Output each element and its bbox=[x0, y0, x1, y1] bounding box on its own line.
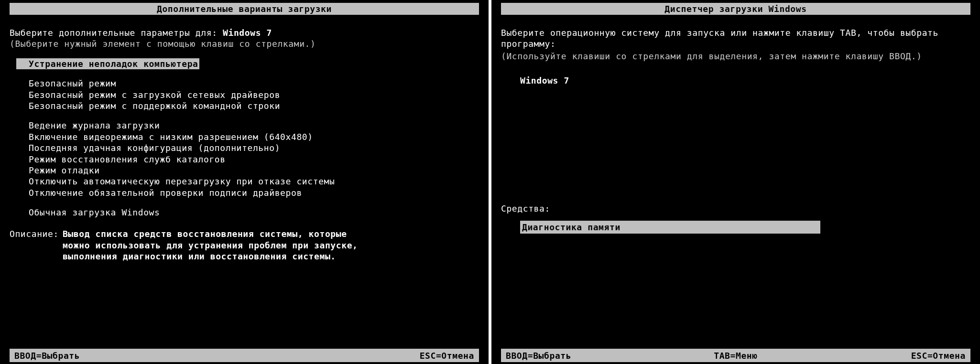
advanced-boot-footer: ВВОД=Выбрать ESC=Отмена bbox=[10, 349, 479, 362]
advanced-boot-title: Дополнительные варианты загрузки bbox=[157, 4, 332, 14]
option-safe-mode-command[interactable]: Безопасный режим с поддержкой командной … bbox=[26, 100, 479, 111]
advanced-boot-options-pane: Дополнительные варианты загрузки Выберит… bbox=[0, 0, 489, 364]
footer-enter-hint: ВВОД=Выбрать bbox=[506, 351, 571, 361]
advanced-boot-target-os: Windows 7 bbox=[223, 28, 272, 38]
advanced-boot-hint: (Выберите нужный элемент с помощью клави… bbox=[10, 38, 479, 49]
boot-manager-hint: (Используйте клавиши со стрелками для вы… bbox=[501, 51, 970, 62]
description-label: Описание: bbox=[10, 228, 59, 262]
boot-manager-title: Диспетчер загрузки Windows bbox=[664, 4, 806, 14]
description-text: Вывод списка средств восстановления сист… bbox=[63, 228, 364, 262]
option-last-known-good[interactable]: Последняя удачная конфигурация (дополнит… bbox=[26, 142, 479, 153]
option-ds-restore[interactable]: Режим восстановления служб каталогов bbox=[26, 154, 479, 165]
option-description: Описание: Вывод списка средств восстанов… bbox=[10, 228, 479, 262]
advanced-group: Ведение журнала загрузки Включение видео… bbox=[10, 120, 479, 198]
footer-esc-hint: ESC=Отмена bbox=[420, 351, 474, 361]
boot-manager-footer: ВВОД=Выбрать TAB=Меню ESC=Отмена bbox=[501, 349, 970, 362]
option-repair-computer[interactable]: Устранение неполадок компьютера bbox=[16, 58, 199, 69]
footer-tab-hint: TAB=Меню bbox=[714, 351, 758, 361]
boot-manager-instruction: Выберите операционную систему для запуск… bbox=[501, 27, 960, 50]
safe-mode-group: Безопасный режим Безопасный режим с загр… bbox=[10, 78, 479, 111]
tool-memory-diagnostic[interactable]: Диагностика памяти bbox=[520, 221, 820, 234]
option-start-normally[interactable]: Обычная загрузка Windows bbox=[26, 207, 479, 218]
advanced-boot-title-bar: Дополнительные варианты загрузки bbox=[10, 3, 479, 15]
os-entry-windows-7[interactable]: Windows 7 bbox=[520, 75, 970, 86]
option-safe-mode-networking[interactable]: Безопасный режим с загрузкой сетевых дра… bbox=[26, 89, 479, 100]
footer-enter-hint: ВВОД=Выбрать bbox=[14, 351, 80, 361]
advanced-boot-instruction: Выберите дополнительные параметры для: W… bbox=[10, 27, 479, 38]
footer-esc-hint: ESC=Отмена bbox=[911, 351, 966, 361]
option-boot-logging[interactable]: Ведение журнала загрузки bbox=[26, 120, 479, 131]
option-disable-driver-sig[interactable]: Отключение обязательной проверки подписи… bbox=[26, 187, 479, 198]
tools-section-label: Средства: bbox=[501, 203, 970, 214]
option-low-res-video[interactable]: Включение видеорежима с низким разрешени… bbox=[26, 131, 479, 142]
dual-boot-screens: Дополнительные варианты загрузки Выберит… bbox=[0, 0, 980, 364]
boot-manager-title-bar: Диспетчер загрузки Windows bbox=[501, 3, 970, 15]
option-disable-auto-restart[interactable]: Отключить автоматическую перезагрузку пр… bbox=[26, 176, 479, 187]
option-safe-mode[interactable]: Безопасный режим bbox=[26, 78, 479, 89]
option-debugging[interactable]: Режим отладки bbox=[26, 165, 479, 176]
boot-manager-pane: Диспетчер загрузки Windows Выберите опер… bbox=[491, 0, 980, 364]
